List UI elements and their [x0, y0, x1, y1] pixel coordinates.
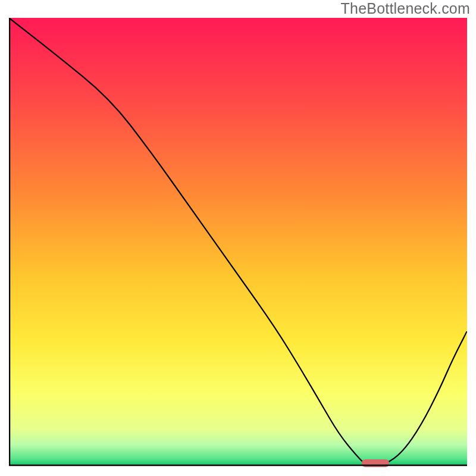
- chart-stage: TheBottleneck.com: [0, 0, 476, 476]
- watermark-text: TheBottleneck.com: [341, 0, 470, 17]
- plot-svg: [9, 18, 467, 467]
- plot-area: [9, 18, 467, 467]
- gradient-background: [9, 18, 467, 465]
